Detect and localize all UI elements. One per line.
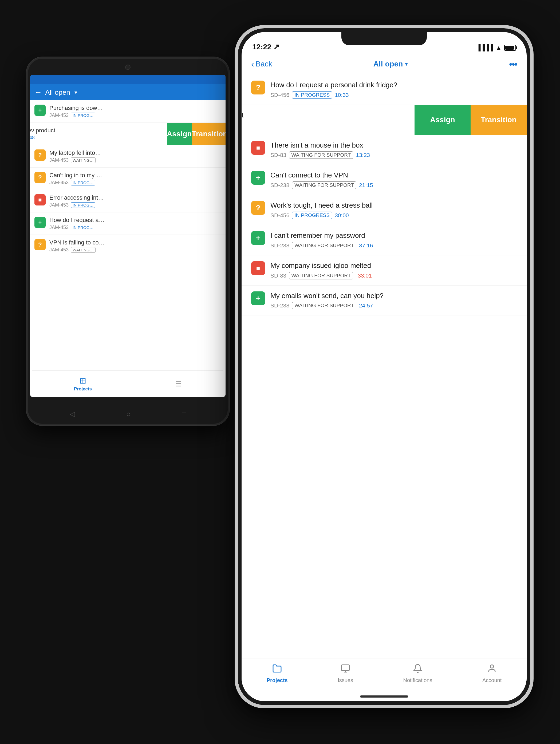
ios-item-title-5: I can't remember my password — [270, 231, 517, 240]
ios-action-transition-button[interactable]: Transition — [471, 105, 527, 135]
ios-projects-icon — [272, 664, 282, 676]
ios-mute-button[interactable] — [235, 76, 236, 90]
ios-item-timer-2: 13:23 — [356, 152, 370, 158]
ios-list-item-5[interactable]: + I can't remember my password SD-238 WA… — [241, 225, 527, 255]
android-item-icon-3: ? — [34, 172, 46, 183]
ios-item-content-2: There isn't a mouse in the box SD-83 WAI… — [270, 141, 517, 159]
ios-swipe-row[interactable]: ? ify our software dev product FOR SUPPO… — [241, 105, 527, 135]
ios-volume-up-button[interactable] — [235, 92, 236, 114]
ios-item-id-3: SD-238 — [270, 182, 289, 188]
ios-notifications-icon — [413, 664, 422, 676]
android-header-chevron[interactable]: ▾ — [74, 89, 77, 96]
ios-swipe-content: ? ify our software dev product FOR SUPPO… — [241, 105, 414, 135]
android-transition-label[interactable]: Transition — [192, 130, 226, 138]
ios-list-item-3[interactable]: + Can't connect to the VPN SD-238 WAITIN… — [241, 165, 527, 195]
android-item-id-2: JAM-453 — [49, 157, 69, 163]
ios-item-icon-2: ■ — [251, 141, 265, 155]
android-back-hw[interactable]: ◁ — [70, 410, 75, 418]
ios-item-id-4: SD-456 — [270, 212, 289, 219]
android-item-title-5: How do I request a… — [49, 217, 135, 224]
ios-back-chevron-icon: ‹ — [251, 59, 254, 69]
ios-home-indicator[interactable] — [360, 696, 408, 698]
ios-screen: 12:22 ↗ ▐▐▐▐ ▲ ‹ Back — [241, 32, 527, 701]
android-list-item-4[interactable]: ■ Error accessing int… JAM-453 IN PROG… — [30, 190, 226, 213]
android-item-status-2: WAITING… — [71, 157, 96, 163]
android-screen: ← All open ▾ + Purchasing is dow… JAM-45… — [30, 75, 226, 397]
ios-nav-bar: ‹ Back All open ▾ ••• — [241, 53, 527, 75]
ios-item-title-0: How do I request a personal drink fridge… — [270, 81, 517, 90]
android-tab-projects[interactable]: ⊞ Projects — [74, 376, 92, 392]
ios-item-status-5: WAITING FOR SUPPORT — [292, 242, 356, 249]
ios-item-content-6: My company issued igloo melted SD-83 WAI… — [270, 261, 517, 280]
android-item-icon-2: ? — [34, 149, 46, 161]
ios-issues-icon — [341, 664, 350, 676]
android-assign-label[interactable]: Assign — [167, 130, 192, 138]
android-bottom-bar: ⊞ Projects ☰ — [32, 370, 223, 397]
android-item-status-3: IN PROG… — [71, 180, 95, 185]
ios-item-timer-6: -33:01 — [356, 272, 372, 279]
android-list-item-5[interactable]: + How do I request a… JAM-453 IN PROG… — [30, 213, 226, 235]
ios-item-id-6: SD-83 — [270, 272, 287, 279]
android-item-title-6: VPN is failing to co… — [49, 239, 135, 246]
ios-transition-label[interactable]: Transition — [481, 116, 517, 124]
android-swipe-item[interactable]: ? our software dev product FOR SUPPORT 0… — [30, 123, 226, 145]
ios-item-icon-7: + — [251, 291, 265, 305]
android-item-icon-0: + — [34, 105, 46, 116]
android-item-status-6: WAITING… — [71, 247, 96, 253]
ios-tab-projects[interactable]: Projects — [267, 664, 288, 683]
android-list-item-2[interactable]: ? My laptop fell into… JAM-453 WAITING… — [30, 145, 226, 168]
ios-nav-title[interactable]: All open ▾ — [272, 60, 509, 68]
ios-back-button[interactable]: ‹ Back — [251, 59, 272, 69]
android-action-assign[interactable]: Assign — [167, 123, 192, 145]
ios-battery-fill — [505, 46, 514, 50]
ios-assign-label[interactable]: Assign — [430, 116, 455, 124]
ios-item-timer-3: 21:15 — [359, 182, 373, 188]
android-item-id-3: JAM-453 — [49, 180, 69, 185]
ios-battery-icon — [504, 45, 516, 51]
ios-list-item-6[interactable]: ■ My company issued igloo melted SD-83 W… — [241, 255, 527, 286]
android-projects-icon: ⊞ — [79, 376, 86, 385]
android-item-status-5: IN PROG… — [71, 225, 95, 230]
ios-item-content-4: Work's tough, I need a stress ball SD-45… — [270, 201, 517, 219]
android-header-title: All open — [45, 88, 70, 97]
ios-list-item-4[interactable]: ? Work's tough, I need a stress ball SD-… — [241, 195, 527, 225]
ios-item-status-4: IN PROGRESS — [292, 212, 332, 219]
android-list-item-0[interactable]: + Purchasing is dow… JAM-453 IN PROG… — [30, 100, 226, 123]
ios-account-icon — [487, 664, 497, 676]
ios-tab-account[interactable]: Account — [482, 664, 501, 683]
ios-back-label[interactable]: Back — [256, 60, 272, 68]
ios-status-icons: ▐▐▐▐ ▲ — [477, 44, 516, 51]
ios-item-content-7: My emails won't send, can you help? SD-2… — [270, 291, 517, 309]
ios-item-id-0: SD-456 — [270, 92, 289, 98]
android-home-hw[interactable]: ○ — [126, 410, 131, 418]
ios-item-status-3: WAITING FOR SUPPORT — [292, 182, 356, 189]
android-list-item-6[interactable]: ? VPN is failing to co… JAM-453 WAITING… — [30, 235, 226, 257]
android-item-meta-0: JAM-453 IN PROG… — [49, 113, 221, 118]
android-list-item-3[interactable]: ? Can't log in to my … JAM-453 IN PROG… — [30, 168, 226, 190]
android-item-content-6: VPN is failing to co… JAM-453 WAITING… — [49, 239, 221, 253]
android-item-title-4: Error accessing int… — [49, 194, 135, 201]
ios-outer-frame: 12:22 ↗ ▐▐▐▐ ▲ ‹ Back — [238, 28, 530, 705]
ios-item-content-5: I can't remember my password SD-238 WAIT… — [270, 231, 517, 249]
ios-list-item-2[interactable]: ■ There isn't a mouse in the box SD-83 W… — [241, 135, 527, 165]
ios-item-title-3: Can't connect to the VPN — [270, 171, 517, 180]
android-item-icon-5: + — [34, 217, 46, 228]
ios-tab-notifications[interactable]: Notifications — [403, 664, 433, 683]
ios-tab-issues[interactable]: Issues — [338, 664, 353, 683]
android-action-transition[interactable]: Transition — [192, 123, 226, 145]
ios-item-id-7: SD-238 — [270, 302, 289, 309]
android-recent-hw[interactable]: □ — [182, 410, 186, 418]
ios-more-button[interactable]: ••• — [509, 59, 517, 69]
android-tab-issues[interactable]: ☰ — [175, 379, 182, 388]
ios-power-button[interactable] — [532, 103, 533, 130]
ios-nav-title-text: All open — [373, 60, 403, 68]
ios-notch — [341, 32, 427, 45]
ios-list-item-0[interactable]: ? How do I request a personal drink frid… — [241, 75, 527, 105]
android-back-icon[interactable]: ← — [34, 88, 42, 97]
ios-action-assign-button[interactable]: Assign — [414, 105, 471, 135]
ios-volume-down-button[interactable] — [235, 119, 236, 140]
ios-list-item-7[interactable]: + My emails won't send, can you help? SD… — [241, 286, 527, 316]
android-item-content-4: Error accessing int… JAM-453 IN PROG… — [49, 194, 221, 208]
svg-point-3 — [490, 665, 493, 668]
ios-item-timer-4: 30:00 — [335, 212, 349, 219]
